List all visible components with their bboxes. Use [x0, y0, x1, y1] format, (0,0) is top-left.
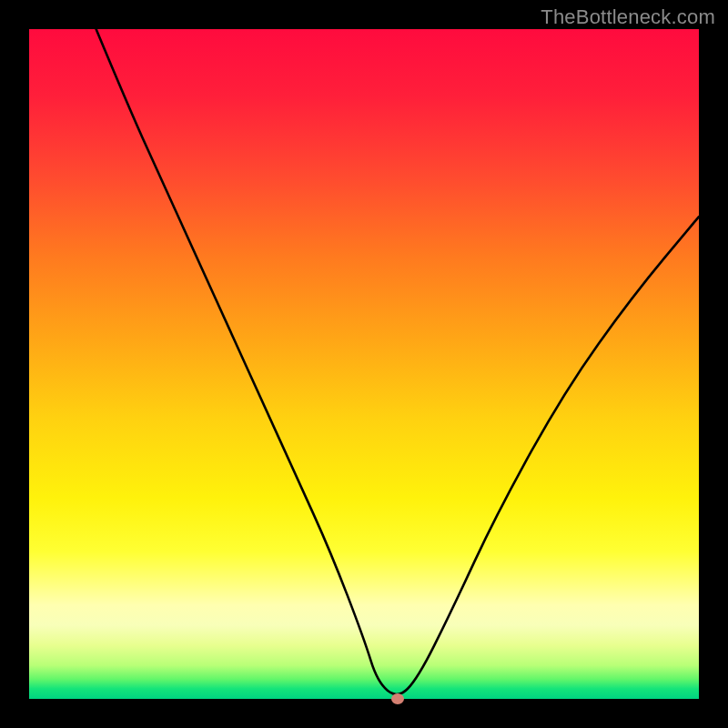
plot-area: [29, 29, 699, 699]
bottleneck-curve: [29, 29, 699, 699]
watermark-text: TheBottleneck.com: [541, 5, 715, 29]
chart-root: TheBottleneck.com: [0, 0, 728, 728]
curve-path: [96, 29, 699, 694]
optimum-marker: [391, 693, 404, 704]
